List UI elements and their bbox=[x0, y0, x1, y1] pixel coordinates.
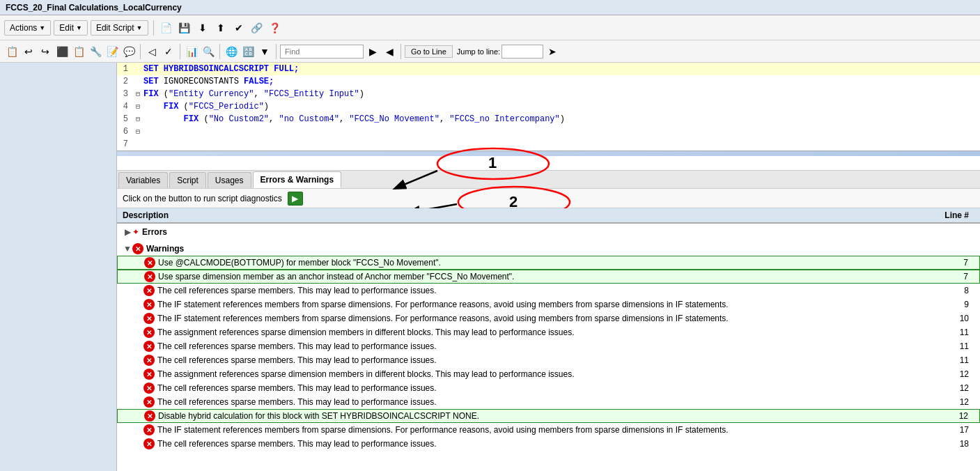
download-icon[interactable]: ⬇ bbox=[195, 20, 210, 36]
code-line-1: 1 SET HYBRIDBSOINCALCSCRIPT FULL; bbox=[117, 63, 980, 75]
line-num-2: 2 bbox=[117, 77, 132, 86]
tab-usages[interactable]: Usages bbox=[208, 172, 251, 188]
errors-section: ▶ ✦ Errors bbox=[117, 224, 980, 240]
h-scrollbar[interactable] bbox=[117, 150, 980, 156]
warning-desc-1: Use sparse dimension member as an anchor… bbox=[158, 272, 918, 281]
deploy-icon[interactable]: 🔗 bbox=[249, 20, 265, 36]
edit-label: Edit bbox=[59, 23, 74, 33]
warnings-toggle-icon[interactable]: ▼ bbox=[123, 244, 132, 254]
new-icon[interactable]: 📄 bbox=[159, 20, 174, 36]
warning-line-8: 12 bbox=[919, 369, 974, 379]
tab-errors[interactable]: Errors & Warnings bbox=[253, 171, 342, 188]
run-diagnostics-button[interactable]: ▶ bbox=[288, 192, 303, 206]
tb2-icon6[interactable]: 🔧 bbox=[88, 44, 103, 59]
diagnostics-label: Click on the button to run script diagno… bbox=[123, 194, 282, 203]
tb2-sep1 bbox=[140, 44, 141, 59]
warning-icon-13: ✕ bbox=[143, 438, 155, 449]
warning-row-4[interactable]: ✕ The IF statement references members fr… bbox=[117, 311, 980, 325]
errors-table[interactable]: ▶ ✦ Errors ▼ ✕ Warnings ✕ Use @CALCMODE(… bbox=[117, 224, 980, 471]
warning-row-1[interactable]: ✕ Use sparse dimension member as an anch… bbox=[117, 270, 980, 284]
tb2-icon2[interactable]: ↩ bbox=[21, 44, 36, 59]
actions-label: Actions bbox=[10, 23, 37, 33]
line-num-7: 7 bbox=[117, 139, 132, 149]
jump-input[interactable] bbox=[501, 45, 543, 59]
warning-icon-0: ✕ bbox=[144, 257, 155, 268]
find-sep2 bbox=[400, 44, 401, 59]
tb2-icon5[interactable]: 📋 bbox=[71, 44, 86, 59]
find-input[interactable] bbox=[280, 45, 364, 59]
warning-row-0[interactable]: ✕ Use @CALCMODE(BOTTOMUP) for member blo… bbox=[117, 256, 980, 270]
tb2-icon11[interactable]: 📊 bbox=[184, 44, 199, 59]
tb2-icon14[interactable]: 🔠 bbox=[240, 44, 256, 59]
warning-row-6[interactable]: ✕ The cell references sparse members. Th… bbox=[117, 339, 980, 353]
warning-desc-7: The cell references sparse members. This… bbox=[157, 355, 919, 365]
warning-icon-3: ✕ bbox=[143, 299, 155, 310]
upload-icon[interactable]: ⬆ bbox=[213, 20, 228, 36]
warning-row-5[interactable]: ✕ The assignment references sparse dimen… bbox=[117, 325, 980, 339]
tb2-icon12[interactable]: 🔍 bbox=[201, 44, 216, 59]
line-icon-5: ⊟ bbox=[132, 115, 143, 123]
warnings-section-row[interactable]: ▼ ✕ Warnings bbox=[117, 242, 980, 256]
save-icon[interactable]: 💾 bbox=[177, 20, 192, 36]
edit-script-button[interactable]: Edit Script ▼ bbox=[91, 20, 148, 36]
warning-row-9[interactable]: ✕ The cell references sparse members. Th… bbox=[117, 381, 980, 395]
tb2-sep3 bbox=[219, 44, 220, 59]
tb2-icon15[interactable]: ▶ bbox=[365, 44, 380, 59]
tab-script-label: Script bbox=[177, 176, 199, 185]
separator1 bbox=[153, 20, 154, 36]
tab-script[interactable]: Script bbox=[169, 172, 206, 188]
col-line-header: Line # bbox=[919, 210, 974, 220]
warning-row-11[interactable]: ✕ Disable hybrid calculation for this bl… bbox=[117, 409, 980, 423]
warning-row-7[interactable]: ✕ The cell references sparse members. Th… bbox=[117, 353, 980, 367]
validate-icon[interactable]: ✔ bbox=[231, 20, 247, 36]
errors-toggle-icon[interactable]: ▶ bbox=[123, 227, 132, 237]
tb2-icon16[interactable]: ◀ bbox=[382, 44, 397, 59]
warning-row-13[interactable]: ✕ The cell references sparse members. Th… bbox=[117, 437, 980, 451]
errors-section-row[interactable]: ▶ ✦ Errors bbox=[117, 225, 980, 239]
warning-line-6: 11 bbox=[919, 341, 974, 351]
code-line-3: 3 ⊟ FIX ("Entity Currency", "FCCS_Entity… bbox=[117, 88, 980, 100]
tb2-icon7[interactable]: 📝 bbox=[104, 44, 120, 59]
tb2-icon9[interactable]: ◁ bbox=[144, 44, 160, 59]
line-num-5: 5 bbox=[117, 114, 132, 124]
tab-variables[interactable]: Variables bbox=[118, 172, 168, 188]
line-content-1: SET HYBRIDBSOINCALCSCRIPT FULL; bbox=[143, 64, 980, 74]
warning-row-3[interactable]: ✕ The IF statement references members fr… bbox=[117, 298, 980, 311]
errors-icon: ✦ bbox=[132, 227, 139, 237]
warning-row-10[interactable]: ✕ The cell references sparse members. Th… bbox=[117, 395, 980, 409]
tb2-icon1[interactable]: 📋 bbox=[4, 44, 20, 59]
jump-arrow-icon[interactable]: ➤ bbox=[545, 44, 560, 59]
goto-line-button[interactable]: Go to Line bbox=[405, 45, 453, 58]
tb2-icon10[interactable]: ✓ bbox=[161, 44, 176, 59]
table-header: Description Line # bbox=[117, 208, 980, 224]
help-icon[interactable]: ❓ bbox=[267, 20, 283, 36]
warning-icon-7: ✕ bbox=[143, 355, 155, 366]
warning-row-8[interactable]: ✕ The assignment references sparse dimen… bbox=[117, 367, 980, 381]
line-num-4: 4 bbox=[117, 102, 132, 111]
tab-errors-label: Errors & Warnings bbox=[260, 175, 334, 185]
line-icon-4: ⊟ bbox=[132, 102, 143, 111]
actions-chevron-icon: ▼ bbox=[39, 24, 45, 31]
warning-line-3: 9 bbox=[919, 300, 974, 309]
warning-line-1: 7 bbox=[918, 272, 974, 281]
code-line-7: 7 bbox=[117, 138, 980, 150]
warning-desc-13: The cell references sparse members. This… bbox=[157, 439, 919, 449]
code-line-5: 5 ⊟ FIX ("No Custom2", "no Custom4", "FC… bbox=[117, 113, 980, 125]
edit-button[interactable]: Edit ▼ bbox=[54, 20, 88, 36]
errors-label: Errors bbox=[142, 227, 167, 237]
code-line-2: 2 SET IGNORECONSTANTS FALSE; bbox=[117, 75, 980, 88]
warning-rows-container: ✕ Use @CALCMODE(BOTTOMUP) for member blo… bbox=[117, 256, 980, 451]
editor-panel: 1 SET HYBRIDBSOINCALCSCRIPT FULL; 2 SET … bbox=[117, 63, 980, 471]
tb2-icon13[interactable]: 🌐 bbox=[224, 44, 239, 59]
tb2-icon4[interactable]: ⬛ bbox=[54, 44, 70, 59]
warning-row-12[interactable]: ✕ The IF statement references members fr… bbox=[117, 423, 980, 437]
tab-usages-label: Usages bbox=[215, 176, 244, 185]
tb2-icon8[interactable]: 💬 bbox=[121, 44, 137, 59]
diagnostics-bar: Click on the button to run script diagno… bbox=[117, 189, 980, 208]
tb2-dropdown-icon[interactable]: ▼ bbox=[257, 44, 272, 59]
warning-row-2[interactable]: ✕ The cell references sparse members. Th… bbox=[117, 284, 980, 298]
code-area[interactable]: 1 SET HYBRIDBSOINCALCSCRIPT FULL; 2 SET … bbox=[117, 63, 980, 171]
tb2-icon3[interactable]: ↪ bbox=[38, 44, 53, 59]
actions-button[interactable]: Actions ▼ bbox=[4, 20, 51, 36]
warning-desc-12: The IF statement references members from… bbox=[157, 425, 919, 435]
